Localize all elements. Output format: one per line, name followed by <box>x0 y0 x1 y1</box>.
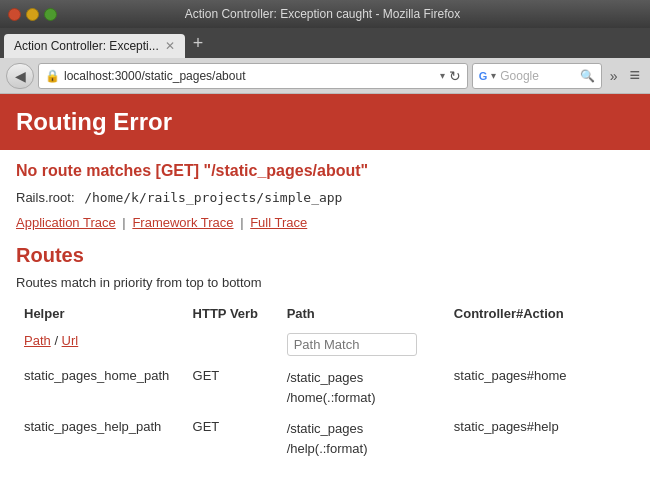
route-verb-help: GET <box>185 413 279 464</box>
new-tab-button[interactable]: + <box>187 31 210 56</box>
full-trace-link[interactable]: Full Trace <box>250 215 307 230</box>
route-verb-home: GET <box>185 362 279 413</box>
back-button[interactable]: ◀ <box>6 63 34 89</box>
window-title: Action Controller: Exception caught - Mo… <box>3 7 642 21</box>
col-header-helper: Helper <box>16 302 185 327</box>
routing-error-header: Routing Error <box>0 94 650 150</box>
route-helper-help: static_pages_help_path <box>16 413 185 464</box>
search-dropdown-icon[interactable]: ▾ <box>491 70 496 81</box>
route-path-home-line2: /home(.:format) <box>287 390 376 405</box>
back-arrow-icon: ◀ <box>15 68 26 84</box>
path-match-cell[interactable] <box>279 327 446 362</box>
url-bar[interactable]: 🔒 localhost:3000/static_pages/about ▾ ↻ <box>38 63 468 89</box>
route-path-help: /static_pages /help(.:format) <box>279 413 446 464</box>
application-trace-link[interactable]: Application Trace <box>16 215 116 230</box>
trace-sep-1: | <box>122 215 125 230</box>
route-helper-home: static_pages_home_path <box>16 362 185 413</box>
table-header-row: Helper HTTP Verb Path Controller#Action <box>16 302 634 327</box>
routes-heading: Routes <box>16 244 634 267</box>
trace-sep-2: | <box>240 215 243 230</box>
tab-label: Action Controller: Excepti... <box>14 39 159 53</box>
routes-description: Routes match in priority from top to bot… <box>16 275 634 290</box>
rails-root-label: Rails.root: <box>16 190 75 205</box>
search-submit-icon[interactable]: 🔍 <box>580 69 595 83</box>
routing-error-title: Routing Error <box>16 108 634 136</box>
col-header-verb: HTTP Verb <box>185 302 279 327</box>
url-text: localhost:3000/static_pages/about <box>64 69 436 83</box>
active-tab[interactable]: Action Controller: Excepti... ✕ <box>4 34 185 58</box>
more-tools-icon[interactable]: » <box>606 66 622 86</box>
error-message: No route matches [GET] "/static_pages/ab… <box>16 162 634 180</box>
helper-separator: / <box>54 333 61 348</box>
search-bar[interactable]: G ▾ Google 🔍 <box>472 63 602 89</box>
route-path-help-line2: /help(.:format) <box>287 441 368 456</box>
tab-bar: Action Controller: Excepti... ✕ + <box>0 28 650 58</box>
route-path-home-line1: /static_pages <box>287 370 364 385</box>
path-match-input[interactable] <box>287 333 417 356</box>
content-body: No route matches [GET] "/static_pages/ab… <box>0 150 650 476</box>
helper-filter-row: Path / Url <box>16 327 634 362</box>
search-placeholder: Google <box>500 69 575 83</box>
col-header-path: Path <box>279 302 446 327</box>
url-dropdown-icon[interactable]: ▾ <box>440 70 445 81</box>
navigation-bar: ◀ 🔒 localhost:3000/static_pages/about ▾ … <box>0 58 650 94</box>
page-content: Routing Error No route matches [GET] "/s… <box>0 94 650 503</box>
route-controller-home: static_pages#home <box>446 362 634 413</box>
framework-trace-link[interactable]: Framework Trace <box>132 215 233 230</box>
table-row: static_pages_home_path GET /static_pages… <box>16 362 634 413</box>
trace-links: Application Trace | Framework Trace | Fu… <box>16 215 634 230</box>
reload-icon[interactable]: ↻ <box>449 68 461 84</box>
location-icon: 🔒 <box>45 69 60 83</box>
title-bar: Action Controller: Exception caught - Mo… <box>0 0 650 28</box>
tab-close-icon[interactable]: ✕ <box>165 39 175 53</box>
route-path-help-line1: /static_pages <box>287 421 364 436</box>
route-controller-help: static_pages#help <box>446 413 634 464</box>
path-link[interactable]: Path <box>24 333 51 348</box>
routes-table: Helper HTTP Verb Path Controller#Action … <box>16 302 634 464</box>
route-path-home: /static_pages /home(.:format) <box>279 362 446 413</box>
rails-root-line: Rails.root: /home/k/rails_projects/simpl… <box>16 190 634 205</box>
col-header-controller: Controller#Action <box>446 302 634 327</box>
helper-links-cell: Path / Url <box>16 327 185 362</box>
google-icon: G <box>479 70 488 82</box>
verb-filter-cell <box>185 327 279 362</box>
url-link[interactable]: Url <box>62 333 79 348</box>
table-row: static_pages_help_path GET /static_pages… <box>16 413 634 464</box>
rails-root-value: /home/k/rails_projects/simple_app <box>84 190 342 205</box>
browser-menu-icon[interactable]: ≡ <box>625 63 644 88</box>
controller-filter-cell <box>446 327 634 362</box>
